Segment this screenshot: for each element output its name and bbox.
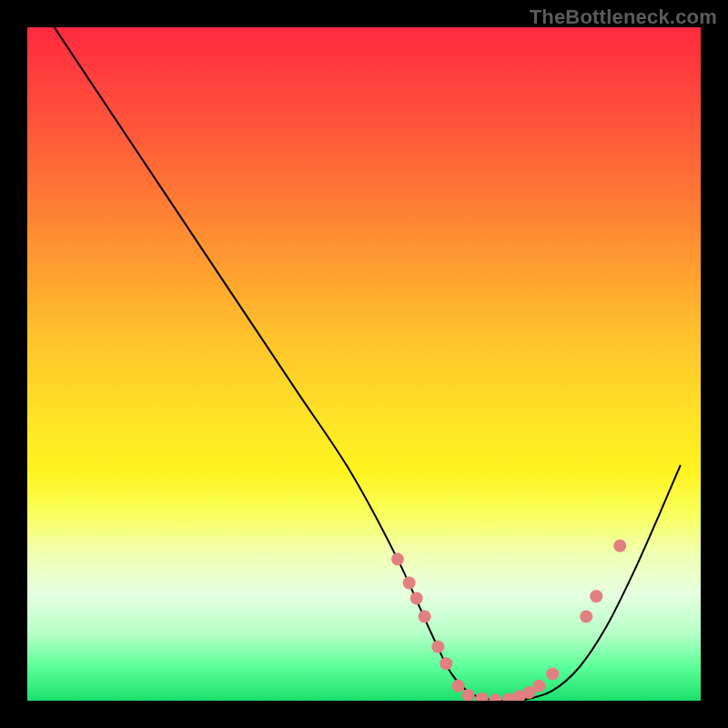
data-marker <box>590 590 602 602</box>
data-marker <box>410 592 423 605</box>
data-marker <box>546 667 559 680</box>
curve-line <box>55 27 681 701</box>
watermark-text: TheBottleneck.com <box>530 5 717 29</box>
data-marker <box>532 680 545 693</box>
data-marker <box>462 689 475 701</box>
data-marker <box>489 693 501 701</box>
chart-overlay <box>27 27 701 701</box>
data-marker <box>419 611 431 623</box>
marker-layer <box>391 540 626 701</box>
data-marker <box>476 693 489 701</box>
data-marker <box>452 680 465 693</box>
chart-stage: TheBottleneck.com <box>0 0 728 728</box>
data-marker <box>431 641 444 653</box>
data-marker <box>391 553 404 566</box>
data-marker <box>440 657 452 670</box>
data-marker <box>403 577 416 590</box>
plot-area <box>27 27 701 701</box>
data-marker <box>613 540 626 552</box>
data-marker <box>580 611 592 623</box>
